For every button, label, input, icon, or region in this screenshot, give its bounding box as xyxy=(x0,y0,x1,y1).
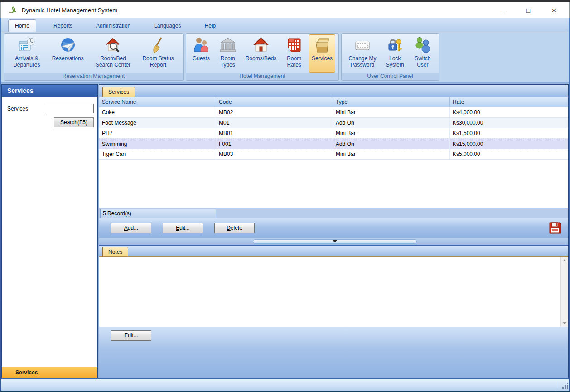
notes-scrollbar[interactable] xyxy=(560,257,568,327)
red-calendar-icon xyxy=(285,36,303,54)
sidebar-search-panel: Services Search(F5) xyxy=(2,97,97,367)
ribbon-button-rooms-beds[interactable]: Rooms/Beds xyxy=(243,34,280,63)
column-header-service-name[interactable]: Service Name xyxy=(99,97,216,107)
ribbon-button-room-status-report[interactable]: Room Status Report xyxy=(140,34,176,70)
group-caption: Hotel Management xyxy=(186,73,338,80)
sidebar-footer-services[interactable]: Services xyxy=(2,367,97,378)
ribbon-button-label: Switch User xyxy=(415,56,430,68)
window-controls: – □ × xyxy=(492,2,569,18)
table-row-selected[interactable]: Swimming F001 Add On Ks15,000.00 xyxy=(99,139,568,149)
content-area: Services Services Search(F5) Services Se… xyxy=(1,84,569,378)
globe-icon xyxy=(59,36,77,54)
bank-icon xyxy=(219,36,237,54)
house-search-icon xyxy=(104,36,122,54)
maximize-button[interactable]: □ xyxy=(517,2,539,18)
ribbon-button-services[interactable]: Services xyxy=(309,34,335,73)
cell-code: MB01 xyxy=(216,128,333,138)
document-tab-strip: Services xyxy=(99,85,568,97)
app-logo-icon xyxy=(8,6,18,14)
ribbon-button-label: Arrivals & Departures xyxy=(13,56,40,68)
ribbon-button-room-types[interactable]: Room Types xyxy=(216,34,240,70)
status-bar xyxy=(0,378,570,391)
chevron-down-icon xyxy=(333,240,337,242)
ribbon-button-label: Room Types xyxy=(221,56,235,68)
cell-rate: Ks5,000.00 xyxy=(450,149,568,159)
tab-languages[interactable]: Languages xyxy=(148,20,187,32)
delete-button[interactable]: Delete xyxy=(214,223,255,233)
ribbon-button-room-bed-search-center[interactable]: Room/Bed Search Center xyxy=(93,34,133,70)
table-header-row: Service Name Code Type Rate xyxy=(99,97,568,107)
column-header-type[interactable]: Type xyxy=(333,97,450,107)
notes-panel xyxy=(99,257,568,327)
table-row[interactable]: PH7 MB01 Mini Bar Ks1,500.00 xyxy=(99,128,568,139)
main-panel: Services Service Name Code Type Rate Cok… xyxy=(99,84,569,378)
record-count-bar: 5 Record(s) xyxy=(99,208,568,218)
minimize-button[interactable]: – xyxy=(492,2,513,18)
people-icon xyxy=(192,36,210,54)
ribbon-button-label: Lock System xyxy=(386,56,404,68)
tab-reports[interactable]: Reports xyxy=(47,20,79,32)
lock-key-icon xyxy=(386,36,404,54)
tab-home[interactable]: Home xyxy=(8,19,36,32)
search-field-label: Services xyxy=(7,106,47,112)
column-header-rate[interactable]: Rate xyxy=(450,97,568,107)
app-window: Dynamic Hotel Management System – □ × Ho… xyxy=(0,0,570,392)
sidebar-title: Services xyxy=(2,85,97,97)
ribbon-button-label: Room Status Report xyxy=(142,56,174,68)
cell-type: Add On xyxy=(333,118,450,128)
ribbon-button-label: Reservations xyxy=(52,56,84,62)
cell-code: MB02 xyxy=(216,107,333,117)
table-empty-area xyxy=(99,160,568,208)
ribbon-button-change-my-password[interactable]: Change My Password xyxy=(346,34,379,70)
group-reservation-management: Arrivals & Departures Reservations xyxy=(4,33,184,81)
notes-textarea[interactable] xyxy=(99,257,560,327)
scroll-down-icon[interactable] xyxy=(563,322,566,324)
ribbon: Arrivals & Departures Reservations xyxy=(1,32,569,82)
cell-service-name: Coke xyxy=(99,107,216,117)
notes-action-bar: Edit... xyxy=(99,327,568,378)
cell-service-name: Swimming xyxy=(99,139,216,149)
ribbon-button-switch-user[interactable]: Switch User xyxy=(411,34,435,70)
tab-administration[interactable]: Administration xyxy=(90,20,137,32)
search-input[interactable] xyxy=(47,104,94,113)
ribbon-button-reservations[interactable]: Reservations xyxy=(49,34,87,63)
password-box-icon xyxy=(353,36,372,54)
cell-type: Mini Bar xyxy=(333,149,450,159)
resize-grip[interactable] xyxy=(561,382,569,389)
edit-button[interactable]: Edit... xyxy=(163,223,203,233)
tab-notes[interactable]: Notes xyxy=(102,247,128,256)
tab-services-document[interactable]: Services xyxy=(102,87,135,97)
ribbon-button-label: Room/Bed Search Center xyxy=(96,56,130,68)
cell-type: Mini Bar xyxy=(333,107,450,117)
house-icon xyxy=(252,36,270,54)
close-button[interactable]: × xyxy=(543,2,565,18)
group-hotel-management: Guests Room Types xyxy=(186,33,339,81)
notes-tab-strip: Notes xyxy=(99,245,568,257)
table-row[interactable]: Foot Message M01 Add On Ks30,000.00 xyxy=(99,118,568,128)
ribbon-button-arrivals-departures[interactable]: Arrivals & Departures xyxy=(10,34,43,70)
ribbon-button-room-rates[interactable]: Room Rates xyxy=(282,34,306,70)
cell-type: Mini Bar xyxy=(333,128,450,138)
ribbon-button-lock-system[interactable]: Lock System xyxy=(383,34,407,70)
ribbon-button-label: Room Rates xyxy=(287,56,301,68)
notes-edit-button[interactable]: Edit... xyxy=(111,330,151,341)
window-left-border xyxy=(0,18,1,391)
table-row[interactable]: Coke MB02 Mini Bar Ks4,000.00 xyxy=(99,107,568,118)
splitter-collapse-handle[interactable] xyxy=(253,239,417,244)
cell-rate: Ks15,000.00 xyxy=(450,139,568,149)
switch-user-icon xyxy=(414,36,432,54)
add-button[interactable]: Add... xyxy=(111,223,151,233)
horizontal-splitter xyxy=(99,238,568,245)
cell-type: Add On xyxy=(333,139,450,149)
column-header-code[interactable]: Code xyxy=(216,97,333,107)
ribbon-button-guests[interactable]: Guests xyxy=(189,34,213,63)
table-row[interactable]: Tiger Can MB03 Mini Bar Ks5,000.00 xyxy=(99,149,568,160)
save-export-icon[interactable] xyxy=(548,221,562,235)
record-count: 5 Record(s) xyxy=(100,209,216,218)
navigation-sidebar: Services Services Search(F5) Services xyxy=(1,84,98,378)
scroll-up-icon[interactable] xyxy=(563,259,566,261)
search-button[interactable]: Search(F5) xyxy=(54,117,94,127)
cell-code: M01 xyxy=(216,118,333,128)
filebox-icon xyxy=(313,36,331,54)
tab-help[interactable]: Help xyxy=(198,20,222,32)
